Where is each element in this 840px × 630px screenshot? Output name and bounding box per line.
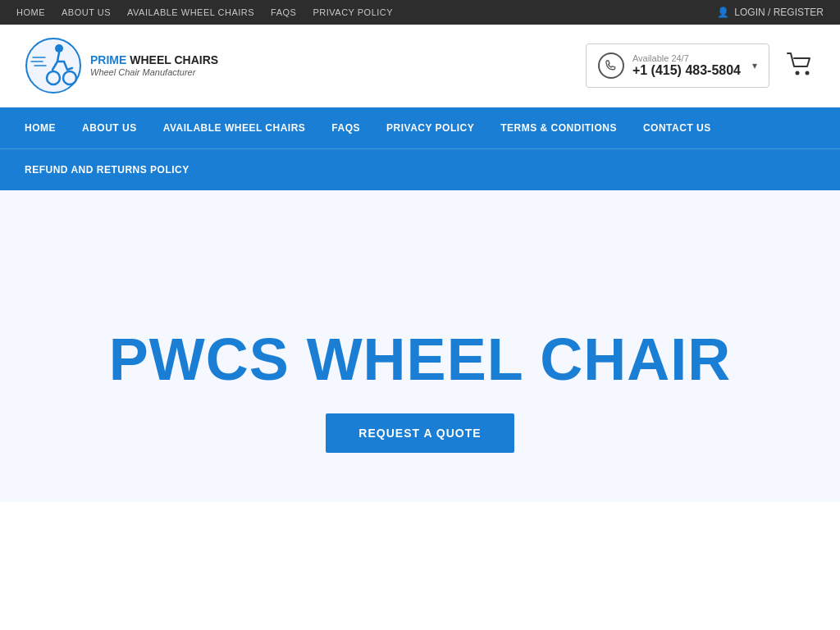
cart-icon-svg [786, 48, 815, 78]
login-register-label: LOGIN / REGISTER [734, 7, 824, 18]
topbar-about[interactable]: ABOUT US [62, 7, 111, 17]
site-header: PRIME WHEEL CHAIRS Wheel Chair Manufactu… [0, 25, 840, 107]
nav-faqs[interactable]: FAQS [318, 107, 373, 148]
main-nav: HOME ABOUT US AVAILABLE WHEEL CHAIRS FAQ… [0, 107, 840, 148]
phone-box[interactable]: Available 24/7 +1 (415) 483-5804 ▾ [586, 43, 769, 88]
logo-brand: PRIME WHEEL CHAIRS [90, 54, 218, 66]
phone-info: Available 24/7 +1 (415) 483-5804 [632, 53, 741, 78]
topbar-wheelchairs[interactable]: AVAILABLE WHEEL CHAIRS [127, 7, 254, 17]
person-icon: 👤 [717, 7, 729, 18]
logo-sub: Wheel Chair Manufacturer [90, 67, 218, 77]
topbar-home[interactable]: HOME [16, 7, 45, 17]
nav-row2: REFUND AND RETURNS POLICY [0, 148, 840, 190]
topbar-privacy[interactable]: PRIVACY POLICY [313, 7, 393, 17]
nav-contact[interactable]: CONTACT US [630, 107, 724, 148]
phone-available-label: Available 24/7 [632, 53, 741, 63]
svg-point-4 [806, 71, 810, 75]
top-bar-nav: HOME ABOUT US AVAILABLE WHEEL CHAIRS FAQ… [16, 7, 393, 17]
header-right: Available 24/7 +1 (415) 483-5804 ▾ [586, 43, 815, 88]
svg-point-1 [55, 44, 63, 52]
login-register-button[interactable]: 👤 LOGIN / REGISTER [717, 7, 824, 18]
nav-wheelchairs[interactable]: AVAILABLE WHEEL CHAIRS [150, 107, 319, 148]
nav-about[interactable]: ABOUT US [69, 107, 150, 148]
top-bar: HOME ABOUT US AVAILABLE WHEEL CHAIRS FAQ… [0, 0, 840, 25]
hero-title: PWCS WHEEL CHAIR [109, 330, 732, 389]
svg-point-5 [796, 71, 800, 75]
nav-privacy[interactable]: PRIVACY POLICY [373, 107, 487, 148]
nav-refund[interactable]: REFUND AND RETURNS POLICY [25, 149, 203, 190]
hero-section: PWCS WHEEL CHAIR REQUEST A QUOTE [0, 190, 840, 502]
nav-terms[interactable]: TERMS & CONDITIONS [487, 107, 630, 148]
logo-area[interactable]: PRIME WHEEL CHAIRS Wheel Chair Manufactu… [25, 37, 218, 94]
topbar-faqs[interactable]: FAQS [271, 7, 296, 17]
logo-text: PRIME WHEEL CHAIRS Wheel Chair Manufactu… [90, 54, 218, 76]
phone-chevron-icon: ▾ [752, 60, 757, 71]
phone-number: +1 (415) 483-5804 [632, 63, 741, 78]
request-quote-button[interactable]: REQUEST A QUOTE [326, 413, 514, 453]
logo-icon [25, 37, 82, 94]
cart-button[interactable] [786, 48, 815, 84]
nav-home[interactable]: HOME [25, 107, 69, 148]
headset-icon [598, 52, 624, 79]
